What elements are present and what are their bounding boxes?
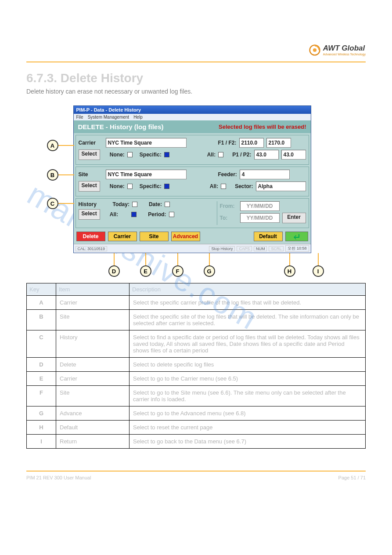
callout-label-b: B: [47, 169, 58, 181]
header-title: DELETE - History (log files): [78, 123, 164, 131]
status-num: NUM: [254, 246, 267, 251]
window-titlebar: PIM-P - Data - Delete History: [74, 106, 311, 114]
divider-top: [26, 62, 366, 62]
history-all-label: All:: [110, 211, 118, 218]
site-button[interactable]: Site: [140, 232, 169, 241]
cell-key: G: [27, 406, 56, 421]
brand-block: AWT Global Advanced Wireless Technology: [309, 44, 366, 56]
footer-left: PIM 21 REV 300 User Manual: [26, 475, 91, 480]
cell-item: Default: [56, 421, 129, 435]
site-specific-label: Specific:: [140, 183, 162, 189]
cell-desc: Select to reset the current page: [129, 421, 366, 435]
carrier-all-checkbox[interactable]: [218, 152, 223, 157]
site-all-checkbox[interactable]: [221, 184, 226, 189]
sector-label: Sector:: [235, 183, 253, 189]
table-row: HDefaultSelect to reset the current page: [27, 421, 366, 435]
f1f2-label: F1 / F2:: [218, 140, 237, 146]
menu-file[interactable]: File: [76, 115, 83, 120]
p1-value[interactable]: 43.0: [254, 150, 279, 160]
p2-value[interactable]: 43.0: [281, 150, 306, 160]
cell-item: Carrier: [56, 296, 129, 310]
carrier-value[interactable]: NYC Time Square: [106, 138, 187, 148]
cell-key: F: [27, 386, 56, 406]
history-period-label: Period:: [148, 211, 166, 218]
cell-key: E: [27, 372, 56, 386]
cell-item: Delete: [56, 358, 129, 372]
delete-button[interactable]: Delete: [76, 232, 105, 241]
return-button[interactable]: [285, 232, 308, 241]
menu-help[interactable]: Help: [133, 115, 143, 120]
table-row: ACarrierSelect the specific carrier prof…: [27, 296, 366, 310]
cell-desc: Select to go to the Site menu (see 6.6).…: [129, 386, 366, 406]
cell-key: H: [27, 421, 56, 435]
history-select-button[interactable]: Select: [79, 209, 100, 220]
reference-table: Key Item Description ACarrierSelect the …: [26, 283, 366, 449]
brand-logo-icon: [309, 44, 320, 56]
table-row: GAdvanceSelect to go to the Advanced men…: [27, 406, 366, 421]
figure: A B C PIM-P - Data - Delete History File…: [47, 105, 345, 275]
history-date-label: Date:: [149, 201, 162, 207]
history-today-label: Today:: [113, 201, 129, 207]
carrier-specific-label: Specific:: [140, 152, 162, 158]
history-to-input[interactable]: YY/MM/DD: [240, 213, 280, 223]
section-text: Delete history can erase not necessary o…: [26, 88, 366, 95]
cell-desc: Select to go to the Advanced menu (see 6…: [129, 406, 366, 421]
statusbar: CAL: 30110519 Stop History CAPS NUM SCRL…: [74, 244, 311, 253]
carrier-select-button[interactable]: Select: [79, 149, 100, 160]
history-from-label: From:: [220, 203, 237, 209]
callout-label-a: A: [47, 140, 58, 151]
section-title: 6.7.3. Delete History: [26, 71, 366, 85]
cell-key: D: [27, 358, 56, 372]
callout-label-h: H: [284, 265, 295, 277]
table-row: IReturnSelect to go back to the Data men…: [27, 435, 366, 449]
default-button[interactable]: Default: [254, 232, 283, 241]
cell-item: Advance: [56, 406, 129, 421]
advanced-button[interactable]: Advanced: [171, 232, 200, 241]
history-from-input[interactable]: YY/MM/DD: [240, 201, 280, 211]
site-none-checkbox[interactable]: [127, 184, 133, 189]
return-icon: [292, 233, 301, 239]
sector-value[interactable]: Alpha: [256, 181, 306, 191]
menu-system[interactable]: System Management: [88, 115, 129, 120]
cell-key: B: [27, 310, 56, 330]
table-row: CHistorySelect to find a specific date o…: [27, 330, 366, 358]
history-period-checkbox[interactable]: [169, 212, 174, 217]
carrier-panel: Carrier NYC Time Square F1 / F2: 2110.0 …: [76, 135, 309, 165]
app-window: PIM-P - Data - Delete History File Syste…: [73, 105, 311, 253]
divider-bottom: [26, 471, 366, 472]
feeder-value[interactable]: 4: [240, 170, 290, 179]
advanced-label: Advanced: [173, 233, 198, 239]
carrier-none-checkbox[interactable]: [127, 152, 133, 157]
carrier-specific-checkbox[interactable]: [164, 152, 169, 157]
site-value[interactable]: NYC Time Square: [106, 170, 187, 179]
history-to-label: To:: [220, 215, 237, 221]
th-desc: Description: [129, 283, 366, 296]
history-all-checkbox[interactable]: [131, 212, 137, 217]
callout-a: A: [47, 140, 74, 151]
carrier-button[interactable]: Carrier: [108, 232, 137, 241]
window-header: DELETE - History (log files) Selected lo…: [74, 120, 311, 133]
f2-value[interactable]: 2170.0: [266, 138, 291, 148]
site-all-label: All:: [210, 183, 218, 189]
history-panel: History Today: Date: Select All:: [76, 198, 309, 228]
history-today-checkbox[interactable]: [132, 202, 137, 207]
history-date-checkbox[interactable]: [165, 202, 170, 207]
site-select-button[interactable]: Select: [79, 181, 100, 192]
cell-desc: Select to go back to the Data menu (see …: [129, 435, 366, 449]
callout-label-i: I: [313, 265, 324, 277]
history-label: History: [79, 201, 103, 207]
cell-desc: Select the specific carrier profile of t…: [129, 296, 366, 310]
brand-subtitle: Advanced Wireless Technology: [323, 53, 366, 56]
f1-value[interactable]: 2110.0: [239, 138, 264, 148]
carrier-label: Carrier: [79, 140, 103, 146]
cell-desc: Select the specific site of the log file…: [129, 310, 366, 330]
cell-desc: Select to delete specific log files: [129, 358, 366, 372]
cell-key: I: [27, 435, 56, 449]
site-panel: Site NYC Time Square Feeder: 4 Select No…: [76, 167, 309, 196]
cell-key: A: [27, 296, 56, 310]
enter-button[interactable]: Enter: [282, 213, 306, 223]
cell-item: Carrier: [56, 372, 129, 386]
callout-label-c: C: [47, 198, 58, 209]
site-specific-checkbox[interactable]: [164, 184, 169, 189]
footer-right: Page 51 / 71: [338, 475, 366, 480]
